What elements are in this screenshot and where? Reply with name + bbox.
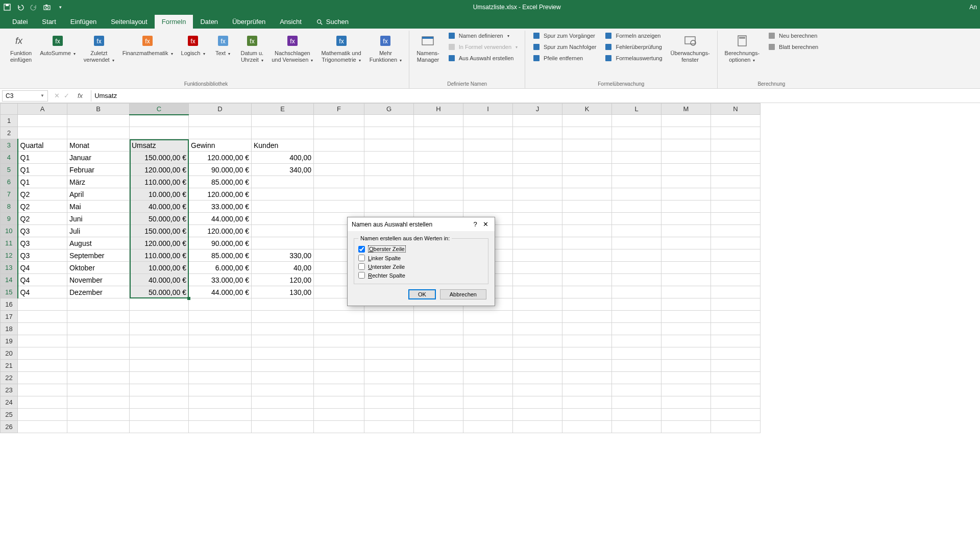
cell-E11[interactable] — [252, 237, 314, 249]
row-header-22[interactable]: 22 — [1, 372, 18, 384]
qat-customize-icon[interactable]: ▾ — [56, 3, 64, 11]
cell-I23[interactable] — [463, 384, 513, 396]
row-header-13[interactable]: 13 — [1, 262, 18, 274]
cell-J5[interactable] — [513, 164, 562, 176]
cell-F3[interactable] — [314, 139, 364, 152]
cell-K21[interactable] — [562, 360, 612, 372]
cell-H1[interactable] — [414, 115, 463, 127]
cell-C9[interactable]: 50.000,00 € — [130, 213, 189, 225]
cell-M2[interactable] — [662, 127, 711, 139]
ribbon-btn-ueberwachungsfenster[interactable]: Überwachungs-fenster — [668, 31, 713, 65]
cell-D26[interactable] — [189, 421, 252, 433]
cell-J24[interactable] — [513, 396, 562, 409]
cell-B1[interactable] — [67, 115, 130, 127]
cell-C20[interactable] — [130, 347, 189, 360]
cell-B13[interactable]: Oktober — [67, 262, 130, 274]
cell-J21[interactable] — [513, 360, 562, 372]
column-header-B[interactable]: B — [67, 104, 130, 115]
cell-M21[interactable] — [662, 360, 711, 372]
cell-M9[interactable] — [662, 213, 711, 225]
cell-B25[interactable] — [67, 409, 130, 421]
cell-L18[interactable] — [612, 323, 662, 335]
cell-E3[interactable]: Kunden — [252, 139, 314, 152]
tab-datei[interactable]: Datei — [5, 15, 35, 29]
cell-D7[interactable]: 120.000,00 € — [189, 188, 252, 201]
cell-I17[interactable] — [463, 311, 513, 323]
cell-C17[interactable] — [130, 311, 189, 323]
row-header-17[interactable]: 17 — [1, 311, 18, 323]
formula-input[interactable]: Umsatz — [91, 92, 980, 99]
ribbon-btn-logisch[interactable]: fxLogisch ▾ — [178, 31, 208, 59]
dialog-option-1[interactable]: Linker Spalte — [358, 254, 484, 262]
cell-J20[interactable] — [513, 347, 562, 360]
cell-F4[interactable] — [314, 152, 364, 164]
cell-A8[interactable]: Q2 — [18, 201, 67, 213]
cell-A25[interactable] — [18, 409, 67, 421]
cell-G5[interactable] — [364, 164, 414, 176]
row-header-23[interactable]: 23 — [1, 384, 18, 396]
cell-D15[interactable]: 44.000,00 € — [189, 286, 252, 298]
cell-D6[interactable]: 85.000,00 € — [189, 176, 252, 188]
cell-F18[interactable] — [314, 323, 364, 335]
cell-K9[interactable] — [562, 213, 612, 225]
cell-H23[interactable] — [414, 384, 463, 396]
cell-F23[interactable] — [314, 384, 364, 396]
cell-K18[interactable] — [562, 323, 612, 335]
column-header-D[interactable]: D — [189, 104, 252, 115]
cell-K26[interactable] — [562, 421, 612, 433]
cell-L14[interactable] — [612, 274, 662, 286]
cell-E13[interactable]: 40,00 — [252, 262, 314, 274]
cell-B4[interactable]: Januar — [67, 152, 130, 164]
cell-G7[interactable] — [364, 188, 414, 201]
cell-E21[interactable] — [252, 360, 314, 372]
cell-I19[interactable] — [463, 335, 513, 347]
cell-A4[interactable]: Q1 — [18, 152, 67, 164]
ribbon-btn-finanzmathematik[interactable]: fxFinanzmathematik ▾ — [119, 31, 176, 59]
cell-J17[interactable] — [513, 311, 562, 323]
cell-N23[interactable] — [711, 384, 761, 396]
ribbon-btn-mathematik-und-trigonometrie[interactable]: fxMathematik undTrigonometrie ▾ — [318, 31, 364, 65]
cell-C26[interactable] — [130, 421, 189, 433]
cell-I1[interactable] — [463, 115, 513, 127]
cell-B2[interactable] — [67, 127, 130, 139]
row-header-4[interactable]: 4 — [1, 152, 18, 164]
cell-N7[interactable] — [711, 188, 761, 201]
cell-K2[interactable] — [562, 127, 612, 139]
cell-G20[interactable] — [364, 347, 414, 360]
cell-F17[interactable] — [314, 311, 364, 323]
cell-J14[interactable] — [513, 274, 562, 286]
cell-M7[interactable] — [662, 188, 711, 201]
ribbon-btn-funktion-einfügen[interactable]: fxFunktioneinfügen — [7, 31, 35, 65]
row-header-10[interactable]: 10 — [1, 225, 18, 237]
row-header-20[interactable]: 20 — [1, 347, 18, 360]
cell-L12[interactable] — [612, 249, 662, 262]
cell-H2[interactable] — [414, 127, 463, 139]
row-header-9[interactable]: 9 — [1, 213, 18, 225]
cell-L1[interactable] — [612, 115, 662, 127]
cell-L9[interactable] — [612, 213, 662, 225]
cell-H24[interactable] — [414, 396, 463, 409]
cell-A16[interactable] — [18, 298, 67, 311]
cell-I6[interactable] — [463, 176, 513, 188]
cell-D16[interactable] — [189, 298, 252, 311]
cell-F7[interactable] — [314, 188, 364, 201]
cell-E19[interactable] — [252, 335, 314, 347]
cell-M4[interactable] — [662, 152, 711, 164]
redo-icon[interactable] — [30, 3, 38, 11]
column-header-H[interactable]: H — [414, 104, 463, 115]
cell-A11[interactable]: Q3 — [18, 237, 67, 249]
cell-C3[interactable]: Umsatz — [130, 139, 189, 152]
cell-D17[interactable] — [189, 311, 252, 323]
ribbon-btn-zuletzt-verwendet[interactable]: fxZuletztverwendet ▾ — [81, 31, 117, 65]
ribbon-btn-neu-berechnen[interactable]: Neu berechnen — [765, 31, 821, 41]
cell-M26[interactable] — [662, 421, 711, 433]
cell-L17[interactable] — [612, 311, 662, 323]
cell-F5[interactable] — [314, 164, 364, 176]
tab-einfügen[interactable]: Einfügen — [63, 15, 104, 29]
cell-H22[interactable] — [414, 372, 463, 384]
cell-D20[interactable] — [189, 347, 252, 360]
cell-N4[interactable] — [711, 152, 761, 164]
cell-J12[interactable] — [513, 249, 562, 262]
cell-J13[interactable] — [513, 262, 562, 274]
cell-M25[interactable] — [662, 409, 711, 421]
